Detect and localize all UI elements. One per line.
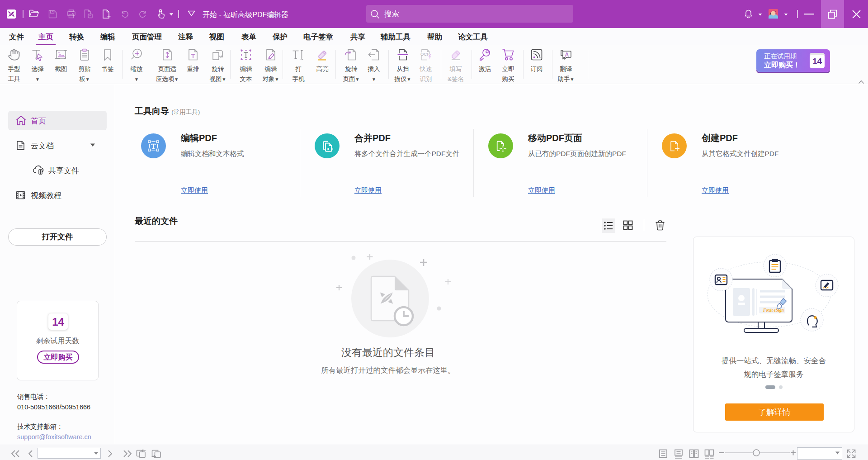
svg-text:A: A bbox=[565, 52, 569, 58]
svg-text:Foxit eSign: Foxit eSign bbox=[763, 308, 784, 313]
svg-text:OCR: OCR bbox=[420, 52, 430, 57]
